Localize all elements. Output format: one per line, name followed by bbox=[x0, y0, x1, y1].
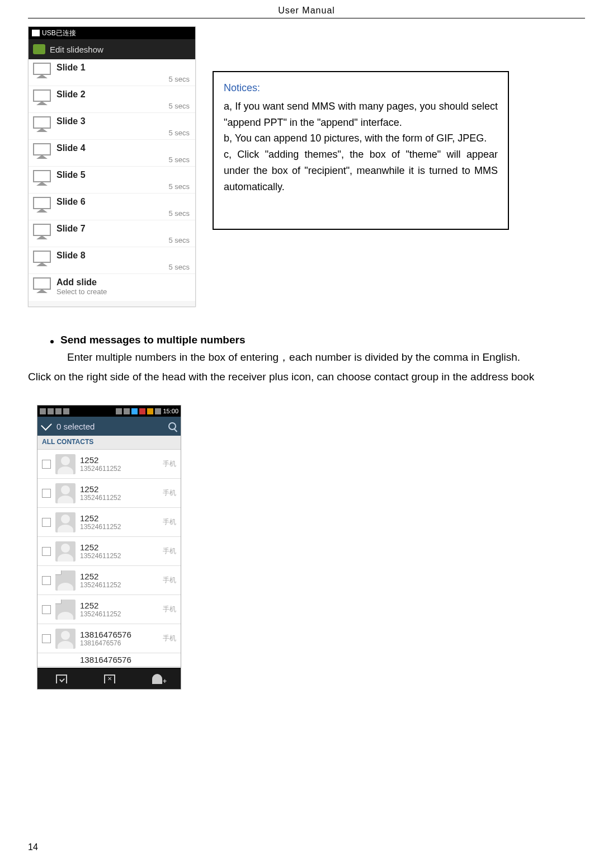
slide-duration: 5 secs bbox=[168, 155, 190, 164]
contact-row[interactable]: 1252 13524611252 手机 bbox=[37, 450, 181, 479]
slide-item[interactable]: Slide 6 5 secs bbox=[29, 194, 195, 220]
page-number: 14 bbox=[28, 842, 38, 852]
slide-icon bbox=[32, 249, 52, 270]
contact-row[interactable]: 1252 13524611252 手机 bbox=[37, 479, 181, 508]
message-icon bbox=[33, 44, 45, 54]
avatar bbox=[55, 541, 76, 562]
slide-icon bbox=[32, 196, 52, 216]
signal-icon bbox=[147, 408, 153, 414]
select-all-icon[interactable] bbox=[56, 674, 67, 683]
selected-count: 0 selected bbox=[56, 422, 95, 431]
contact-type: 手机 bbox=[163, 634, 176, 643]
status-icon bbox=[48, 408, 54, 414]
notice-b: b, You can append 10 pictures, with the … bbox=[224, 130, 498, 147]
contact-name: 13816476576 bbox=[80, 630, 158, 639]
contact-row[interactable]: 13816476576 bbox=[37, 653, 181, 667]
checkbox[interactable] bbox=[42, 460, 51, 469]
slide-item[interactable]: Slide 5 5 secs bbox=[29, 167, 195, 194]
search-icon[interactable] bbox=[168, 422, 176, 430]
slide-duration: 5 secs bbox=[168, 182, 190, 191]
contact-name: 1252 bbox=[80, 484, 158, 494]
slide-icon bbox=[32, 142, 52, 162]
contact-row[interactable]: 1252 13524611252 手机 bbox=[37, 566, 181, 595]
checkbox[interactable] bbox=[42, 547, 51, 556]
app-title: Edit slideshow bbox=[50, 45, 103, 54]
checkbox[interactable] bbox=[42, 634, 51, 643]
slideshow-screenshot: USB已连接 Edit slideshow Slide 1 5 secs Sli… bbox=[28, 26, 196, 307]
avatar bbox=[55, 483, 76, 503]
contact-row[interactable]: 13816476576 13816476576 手机 bbox=[37, 624, 181, 653]
all-contacts-header: ALL CONTACTS bbox=[37, 436, 181, 450]
checkbox[interactable] bbox=[42, 605, 51, 614]
slide-duration: 5 secs bbox=[168, 209, 190, 218]
section-heading: Send messages to multiple numbers bbox=[60, 334, 245, 346]
body-text-1: Enter multiple numbers in the box of ent… bbox=[67, 350, 585, 366]
checkbox[interactable] bbox=[42, 518, 51, 527]
slide-item[interactable]: Slide 2 5 secs bbox=[29, 86, 195, 113]
avatar bbox=[55, 629, 76, 649]
status-text: USB已连接 bbox=[42, 29, 76, 38]
notice-a: a, If you want send MMS with many pages,… bbox=[224, 98, 498, 131]
slide-title: Slide 6 bbox=[56, 197, 191, 207]
contact-name: 13816476576 bbox=[80, 655, 176, 664]
status-icon bbox=[63, 408, 69, 414]
contact-number: 13524611252 bbox=[80, 581, 158, 589]
usb-icon bbox=[32, 30, 40, 36]
checkbox[interactable] bbox=[42, 576, 51, 585]
slide-duration: 5 secs bbox=[168, 129, 190, 137]
status-icon bbox=[40, 408, 46, 414]
contact-number: 13816476576 bbox=[80, 639, 158, 647]
slide-title: Slide 7 bbox=[56, 224, 191, 234]
slide-item[interactable]: Slide 7 5 secs bbox=[29, 220, 195, 247]
add-slide-title: Add slide bbox=[56, 277, 191, 287]
slide-duration: 5 secs bbox=[168, 263, 190, 271]
contact-row[interactable]: 1252 13524611252 手机 bbox=[37, 537, 181, 566]
contact-type: 手机 bbox=[163, 459, 176, 469]
contact-name: 1252 bbox=[80, 572, 158, 581]
add-group-icon[interactable] bbox=[152, 674, 162, 684]
slide-title: Slide 5 bbox=[56, 170, 191, 180]
selection-bar: 0 selected bbox=[37, 417, 181, 436]
deselect-all-icon[interactable] bbox=[104, 674, 115, 683]
slide-item[interactable]: Slide 8 5 secs bbox=[29, 247, 195, 274]
bullet-icon bbox=[50, 340, 54, 343]
slide-item[interactable]: Slide 4 5 secs bbox=[29, 140, 195, 167]
contact-type: 手机 bbox=[163, 605, 176, 614]
slide-icon bbox=[32, 62, 52, 82]
contact-row[interactable]: 1252 13524611252 手机 bbox=[37, 508, 181, 537]
status-icon bbox=[55, 408, 62, 414]
slide-duration: 5 secs bbox=[168, 102, 190, 110]
app-title-bar: Edit slideshow bbox=[29, 39, 195, 59]
status-icon bbox=[116, 408, 122, 414]
slide-icon bbox=[32, 88, 52, 108]
contact-type: 手机 bbox=[163, 488, 176, 498]
bottom-toolbar bbox=[37, 668, 181, 689]
slide-icon bbox=[32, 169, 52, 189]
body-text-2: Click on the right side of the head with… bbox=[28, 369, 585, 385]
slide-duration: 5 secs bbox=[168, 75, 190, 83]
page-header: User Manual bbox=[28, 0, 585, 18]
slide-icon bbox=[32, 115, 52, 135]
contact-number: 13524611252 bbox=[80, 465, 158, 473]
notices-title: Notices: bbox=[224, 80, 498, 96]
contact-name: 1252 bbox=[80, 455, 158, 465]
slide-title: Slide 8 bbox=[56, 251, 191, 261]
signal-icon bbox=[139, 408, 145, 414]
checkbox[interactable] bbox=[42, 489, 51, 498]
battery-icon bbox=[155, 408, 161, 414]
wifi-icon bbox=[131, 408, 138, 414]
contact-number: 13524611252 bbox=[80, 494, 158, 502]
slide-item[interactable]: Slide 1 5 secs bbox=[29, 59, 195, 86]
status-icon bbox=[124, 408, 130, 414]
add-slide-subtitle: Select to create bbox=[56, 287, 191, 296]
slide-icon bbox=[32, 276, 52, 296]
contact-row[interactable]: 1252 13524611252 手机 bbox=[37, 595, 181, 624]
add-slide-item[interactable]: Add slide Select to create bbox=[29, 274, 195, 301]
done-icon[interactable] bbox=[41, 419, 52, 431]
contact-number: 13524611252 bbox=[80, 552, 158, 560]
contact-type: 手机 bbox=[163, 517, 176, 527]
notices-box: Notices: a, If you want send MMS with ma… bbox=[213, 71, 509, 230]
slide-item[interactable]: Slide 3 5 secs bbox=[29, 113, 195, 140]
contact-number: 13524611252 bbox=[80, 523, 158, 531]
contact-number: 13524611252 bbox=[80, 610, 158, 618]
